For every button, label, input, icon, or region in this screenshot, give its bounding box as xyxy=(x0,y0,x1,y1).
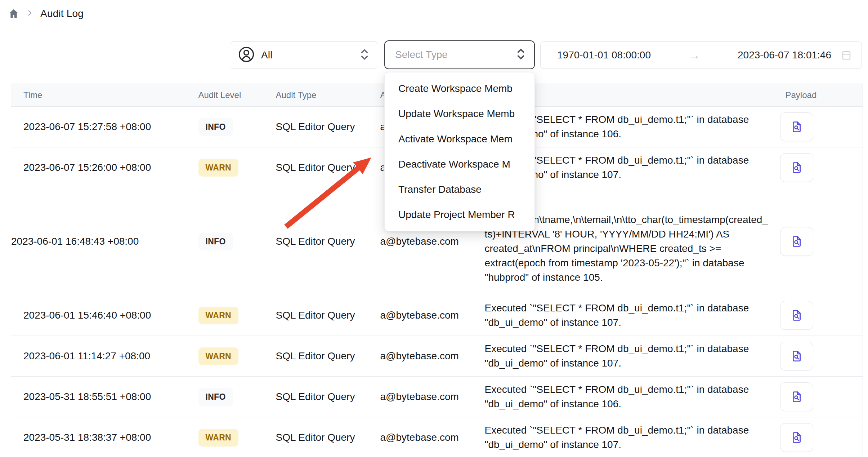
date-range-end[interactable]: 2023-06-07 18:01:46 xyxy=(738,49,831,61)
menu-item-transfer-database[interactable]: Transfer Database xyxy=(385,177,534,202)
actor-filter-value: All xyxy=(261,49,360,61)
cell-actor: a@bytebase.com xyxy=(380,336,485,377)
status-badge: WARN xyxy=(198,429,238,447)
cell-actor: a@bytebase.com xyxy=(380,295,485,336)
cell-comment: Executed `"SELECT * FROM db_ui_demo.t1;"… xyxy=(485,295,769,336)
table-row: 2023-05-31 18:55:51 +08:00 INFO SQL Edit… xyxy=(11,377,863,417)
cell-comment: Executed `"SELECT * FROM db_ui_demo.t1;"… xyxy=(485,377,769,417)
status-badge: INFO xyxy=(198,388,233,406)
status-badge: INFO xyxy=(198,118,233,136)
column-header-audit-level: Audit Level xyxy=(198,84,276,107)
column-header-payload: Payload xyxy=(769,84,863,107)
cell-actor: a@bytebase.com xyxy=(380,377,485,417)
chevron-updown-icon xyxy=(516,48,525,62)
chevron-updown-icon xyxy=(360,48,369,62)
menu-item-create-workspace-member[interactable]: Create Workspace Memb xyxy=(385,76,534,101)
actor-filter-select[interactable]: All xyxy=(230,41,378,69)
status-badge: WARN xyxy=(198,347,238,365)
file-search-icon xyxy=(790,120,803,134)
page-title: Audit Log xyxy=(40,8,84,19)
cell-time: 2023-05-31 18:38:37 +08:00 xyxy=(11,417,198,457)
cell-audit-type: SQL Editor Query xyxy=(276,295,380,336)
status-badge: WARN xyxy=(198,307,238,324)
cell-time: 2023-06-01 16:48:43 +08:00 xyxy=(11,188,198,295)
cell-audit-type: SQL Editor Query xyxy=(276,377,380,417)
date-range-picker[interactable]: 1970-01-01 08:00:00 → 2023-06-07 18:01:4… xyxy=(540,41,862,69)
cell-actor: a@bytebase.com xyxy=(380,417,485,457)
view-payload-button[interactable] xyxy=(780,112,813,141)
table-row: 2023-06-01 15:46:40 +08:00 WARN SQL Edit… xyxy=(11,295,863,336)
breadcrumb: Audit Log xyxy=(8,8,84,19)
type-dropdown-menu: Create Workspace Memb Update Workspace M… xyxy=(384,72,535,231)
cell-audit-type: SQL Editor Query xyxy=(276,417,380,457)
view-payload-button[interactable] xyxy=(780,342,813,371)
view-payload-button[interactable] xyxy=(780,153,813,182)
menu-item-update-workspace-member[interactable]: Update Workspace Memb xyxy=(385,101,534,127)
file-search-icon xyxy=(790,308,803,323)
column-header-audit-type: Audit Type xyxy=(276,84,380,107)
file-search-icon xyxy=(790,349,803,363)
menu-item-update-project-member[interactable]: Update Project Member R xyxy=(385,202,534,227)
cell-time: 2023-05-31 18:55:51 +08:00 xyxy=(11,377,198,417)
cell-audit-type: SQL Editor Query xyxy=(276,336,380,377)
cell-comment: Executed `"SELECT * FROM db_ui_demo.t1;"… xyxy=(485,417,769,457)
cell-comment: Executed `"SELECT * FROM db_ui_demo.t1;"… xyxy=(485,336,769,377)
menu-item-deactivate-workspace-member[interactable]: Deactivate Workspace M xyxy=(385,152,534,177)
type-filter-placeholder: Select Type xyxy=(395,49,516,61)
column-header-time: Time xyxy=(11,84,198,107)
file-search-icon xyxy=(790,390,803,404)
table-row: 2023-05-31 18:38:37 +08:00 WARN SQL Edit… xyxy=(11,417,863,457)
type-filter-select[interactable]: Select Type xyxy=(384,40,535,69)
table-row: 2023-06-01 11:14:27 +08:00 WARN SQL Edit… xyxy=(11,336,863,377)
cell-audit-type: SQL Editor Query xyxy=(276,107,380,147)
file-search-icon xyxy=(790,160,803,175)
home-icon[interactable] xyxy=(8,8,19,19)
status-badge: WARN xyxy=(198,159,238,177)
calendar-icon[interactable] xyxy=(841,49,852,61)
view-payload-button[interactable] xyxy=(780,423,813,452)
file-search-icon xyxy=(790,430,803,445)
cell-time: 2023-06-07 15:26:00 +08:00 xyxy=(11,147,198,188)
view-payload-button[interactable] xyxy=(780,382,813,411)
status-badge: INFO xyxy=(198,233,233,250)
date-range-start[interactable]: 1970-01-01 08:00:00 xyxy=(557,49,651,61)
cell-audit-type: SQL Editor Query xyxy=(276,147,380,188)
cell-audit-type: SQL Editor Query xyxy=(276,188,380,295)
user-circle-icon xyxy=(238,46,255,64)
view-payload-button[interactable] xyxy=(780,301,813,330)
cell-time: 2023-06-01 11:14:27 +08:00 xyxy=(11,336,198,377)
audit-log-page: Audit Log All Select Type 1970-01-01 08:… xyxy=(0,0,868,457)
file-search-icon xyxy=(790,234,803,249)
cell-time: 2023-06-01 15:46:40 +08:00 xyxy=(11,295,198,336)
arrow-right-icon: → xyxy=(667,49,721,62)
chevron-right-icon xyxy=(27,10,33,18)
view-payload-button[interactable] xyxy=(780,227,813,256)
cell-time: 2023-06-07 15:27:58 +08:00 xyxy=(11,107,198,147)
menu-item-activate-workspace-member[interactable]: Activate Workspace Mem xyxy=(385,127,534,152)
